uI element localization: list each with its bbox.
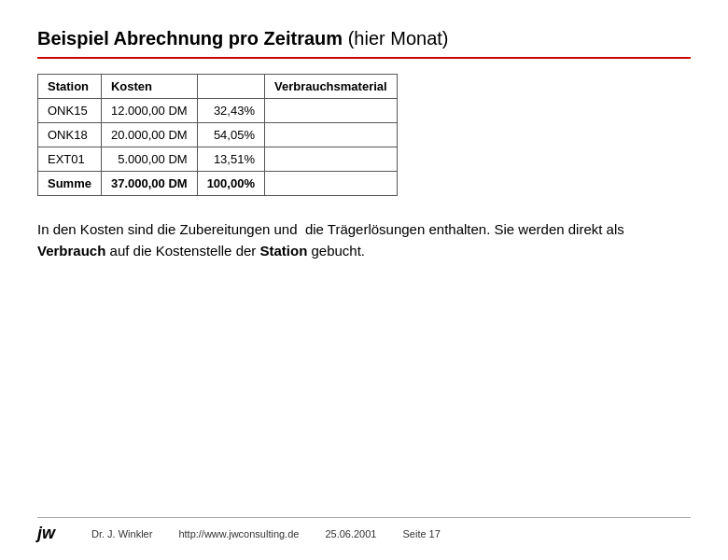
footer-items: Dr. J. Winkler http://www.jwconsulting.d… xyxy=(91,528,691,539)
cost-table: Station Kosten Verbrauchsmaterial ONK15 … xyxy=(37,74,398,196)
cell-verbrauch xyxy=(264,99,397,123)
footer-author: Dr. J. Winkler xyxy=(91,528,152,539)
footer-date: 25.06.2001 xyxy=(325,528,376,539)
table-row-summe: Summe 37.000,00 DM 100,00% xyxy=(38,172,398,196)
cell-percent: 54,05% xyxy=(197,123,264,147)
cell-station-summe: Summe xyxy=(38,172,102,196)
col-header-percent xyxy=(197,75,264,99)
cell-verbrauch xyxy=(264,147,397,172)
cell-percent: 32,43% xyxy=(197,99,264,123)
cell-kosten: 5.000,00 DM xyxy=(101,147,197,172)
description-content: In den Kosten sind die Zubereitungen und… xyxy=(37,221,624,259)
cell-station: EXT01 xyxy=(38,147,102,172)
cost-table-wrapper: Station Kosten Verbrauchsmaterial ONK15 … xyxy=(37,74,691,196)
cell-kosten: 20.000,00 DM xyxy=(101,123,197,147)
page-title: Beispiel Abrechnung pro Zeitraum (hier M… xyxy=(37,28,691,49)
cell-percent-summe: 100,00% xyxy=(197,172,264,196)
cell-percent: 13,51% xyxy=(197,147,264,172)
col-header-kosten: Kosten xyxy=(101,75,197,99)
footer-page: Seite 17 xyxy=(402,528,440,539)
table-row: EXT01 5.000,00 DM 13,51% xyxy=(38,147,398,172)
title-main: Beispiel Abrechnung pro Zeitraum xyxy=(37,28,343,49)
emphasis-station: Station xyxy=(259,243,307,259)
cell-verbrauch-summe xyxy=(264,172,397,196)
title-subtitle: (hier Monat) xyxy=(348,28,449,49)
cell-kosten: 12.000,00 DM xyxy=(101,99,197,123)
title-divider xyxy=(37,57,691,59)
description-text: In den Kosten sind die Zubereitungen und… xyxy=(37,218,672,262)
cell-verbrauch xyxy=(264,123,397,147)
table-row: ONK15 12.000,00 DM 32,43% xyxy=(38,99,398,123)
cell-station: ONK15 xyxy=(38,99,102,123)
cell-kosten-summe: 37.000,00 DM xyxy=(101,172,197,196)
footer-url: http://www.jwconsulting.de xyxy=(178,528,299,539)
footer-logo: jw xyxy=(37,524,63,543)
cell-station: ONK18 xyxy=(38,123,102,147)
emphasis-verbrauch: Verbrauch xyxy=(37,243,105,259)
table-row: ONK18 20.000,00 DM 54,05% xyxy=(38,123,398,147)
page: Beispiel Abrechnung pro Zeitraum (hier M… xyxy=(0,0,728,560)
col-header-station: Station xyxy=(38,75,102,99)
col-header-verbrauch: Verbrauchsmaterial xyxy=(264,75,397,99)
footer: jw Dr. J. Winkler http://www.jwconsultin… xyxy=(37,517,691,543)
